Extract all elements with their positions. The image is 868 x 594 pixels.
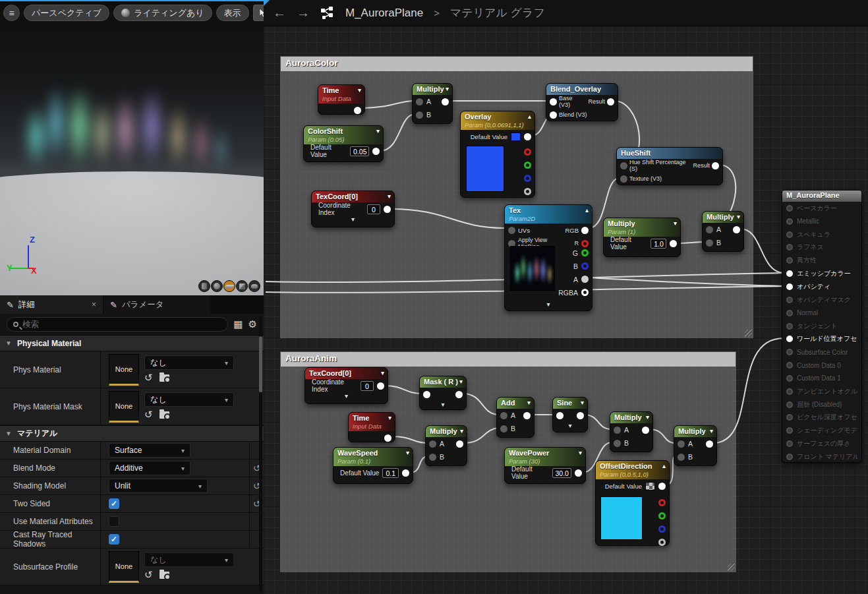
input-pin-b[interactable] [614, 440, 621, 447]
output-pin-rgb[interactable] [581, 227, 589, 234]
material-domain-dropdown[interactable]: Surface ▾ [109, 443, 190, 458]
output-pin[interactable] [523, 412, 531, 419]
node-multiply-5[interactable]: Multiply▾ A B [674, 425, 717, 466]
node-texcoord-1[interactable]: TexCoord[0]▾ Coordinate Index0 ▾ [311, 191, 395, 227]
material-input-pin-row[interactable]: Custom Data 0 [782, 359, 861, 372]
material-input-pin-row[interactable]: Metallic [782, 215, 861, 228]
output-pin[interactable] [733, 226, 740, 233]
output-pin-r[interactable] [581, 240, 589, 247]
material-input-pin[interactable] [786, 283, 793, 290]
node-colorshift[interactable]: ColorShiftParam (0.05)▾ Default Value0.0… [303, 125, 384, 162]
material-input-pin[interactable] [786, 323, 793, 330]
material-input-pin[interactable] [786, 257, 793, 264]
node-material-result[interactable]: M_AuroraPlane ベースカラー Metallic スペキュラ ラフネス… [782, 190, 862, 463]
collapse-chevron-icon[interactable]: ▾ [579, 449, 582, 456]
node-multiply-param[interactable]: MultiplyParam (1)▾ Default Value1.0 [603, 218, 681, 257]
select-tool-button[interactable] [253, 5, 264, 21]
output-pin[interactable] [456, 440, 463, 448]
collapse-chevron-icon[interactable]: ▾ [358, 86, 361, 94]
output-pin[interactable] [402, 469, 409, 477]
material-input-pin-row[interactable]: Custom Data 1 [782, 372, 861, 385]
node-tex-param2d[interactable]: TexParam2D▴ UVsRGB Apply View MipBiasR G… [504, 204, 593, 311]
material-input-pin[interactable] [786, 218, 793, 225]
input-pin-b[interactable] [416, 111, 423, 119]
node-add[interactable]: Add▾ A B [496, 397, 535, 438]
tab-parameters[interactable]: ✎ パラメータ [103, 295, 210, 314]
breadcrumb-asset[interactable]: M_AuroraPlane [345, 7, 423, 20]
node-sine[interactable]: Sine▾ ▾ [552, 397, 588, 432]
expand-chevron-icon[interactable]: ▾ [505, 301, 592, 309]
material-input-pin[interactable] [786, 375, 793, 382]
node-offsetdirection[interactable]: OffsetDirectionParam (0,0.5,1,0)▴ Defaul… [595, 460, 670, 546]
collapse-chevron-icon[interactable]: ▾ [388, 414, 391, 421]
preview-cube-button[interactable] [236, 280, 248, 292]
material-graph-canvas[interactable]: ← → M_AuroraPlane > マテリアル グラフ AuroraColo… [264, 0, 868, 594]
output-pin-a[interactable] [524, 188, 531, 195]
output-pin-a[interactable] [658, 539, 666, 546]
output-pin-rgba[interactable] [581, 289, 589, 296]
material-input-pin[interactable] [786, 297, 793, 303]
material-input-pin[interactable] [786, 244, 793, 251]
input-pin-a[interactable] [614, 427, 621, 434]
material-input-pin[interactable] [786, 427, 793, 434]
section-material[interactable]: ▼ マテリアル [0, 425, 264, 442]
output-pin[interactable] [384, 434, 391, 442]
phys-material-mask-dropdown[interactable]: なし ▾ [144, 392, 234, 407]
default-value-input[interactable]: 1.0 [651, 239, 666, 249]
output-pin[interactable] [577, 412, 584, 419]
input-pin-b[interactable] [678, 454, 685, 461]
material-input-pin[interactable] [786, 362, 793, 369]
material-input-pin[interactable] [786, 270, 793, 277]
material-input-pin-row[interactable]: サーフェスの厚さ [782, 437, 861, 450]
subsurface-profile-dropdown[interactable]: なし ▾ [144, 552, 234, 567]
collapse-chevron-icon[interactable]: ▾ [381, 369, 384, 376]
two-sided-checkbox[interactable]: ✓ [109, 498, 119, 509]
phys-material-mask-thumbnail[interactable]: None [109, 391, 139, 423]
browse-to-asset-icon[interactable] [159, 411, 169, 419]
material-input-pin[interactable] [786, 336, 793, 342]
collapse-chevron-icon[interactable]: ▾ [737, 213, 740, 220]
input-pin-a[interactable] [500, 412, 507, 419]
coordinate-index-input[interactable]: 0 [361, 381, 374, 391]
color-swatch[interactable] [645, 482, 655, 490]
use-material-attributes-checkbox[interactable]: ✓ [109, 516, 119, 527]
material-input-pin-row[interactable]: 異方性 [782, 254, 861, 267]
coordinate-index-input[interactable]: 0 [367, 204, 380, 214]
material-input-pin-row[interactable]: ワールド位置オフセット [782, 332, 861, 345]
settings-gear-icon[interactable]: ⚙ [248, 318, 257, 330]
output-pin-b[interactable] [658, 525, 666, 533]
tab-close-icon[interactable]: × [92, 300, 96, 309]
preview-mesh-button[interactable] [248, 280, 260, 292]
material-input-pin-row[interactable]: フロント マテリアル [782, 450, 861, 463]
collapse-chevron-icon[interactable]: ▾ [710, 427, 713, 434]
expand-chevron-icon[interactable]: ▾ [305, 392, 388, 401]
collapse-chevron-icon[interactable]: ▴ [585, 206, 589, 214]
node-wavepower[interactable]: WavePowerParam (30)▾ Default Value30.0 [504, 447, 586, 484]
browse-to-asset-icon[interactable] [159, 572, 169, 579]
show-button[interactable]: 表示 [216, 5, 249, 21]
material-input-pin-row[interactable]: タンジェント [782, 320, 861, 333]
output-pin-g[interactable] [581, 249, 589, 256]
output-pin-g[interactable] [524, 162, 531, 169]
preview-plane-button[interactable] [223, 280, 235, 292]
output-pin-a[interactable] [581, 276, 589, 283]
material-input-pin-row[interactable]: オパシティ [782, 280, 861, 293]
input-pin-b[interactable] [706, 239, 713, 247]
node-time-1[interactable]: TimeInput Data▾ [318, 84, 365, 115]
viewport-menu-button[interactable]: ≡ [3, 5, 20, 21]
expand-chevron-icon[interactable]: ▾ [420, 401, 466, 409]
node-time-2[interactable]: TimeInput Data▾ [348, 412, 395, 442]
input-pin-a[interactable] [416, 98, 423, 105]
collapse-chevron-icon[interactable]: ▾ [459, 378, 463, 385]
material-input-pin-row[interactable]: オパシティマスク [782, 293, 861, 307]
material-preview-viewport[interactable]: ≡ パースペクティブ ライティングあり 表示 » Z Y X [0, 0, 264, 295]
output-pin[interactable] [384, 206, 391, 213]
output-pin[interactable] [706, 440, 713, 448]
section-physical-material[interactable]: ▼ Physical Material [0, 335, 264, 351]
material-input-pin[interactable] [786, 388, 793, 395]
input-pin-uvs[interactable] [508, 227, 515, 234]
material-input-pin[interactable] [786, 414, 793, 421]
input-pin-a[interactable] [678, 440, 685, 448]
node-mask-r[interactable]: Mask ( R )▾ ▾ [419, 376, 467, 410]
output-pin[interactable] [670, 240, 677, 247]
